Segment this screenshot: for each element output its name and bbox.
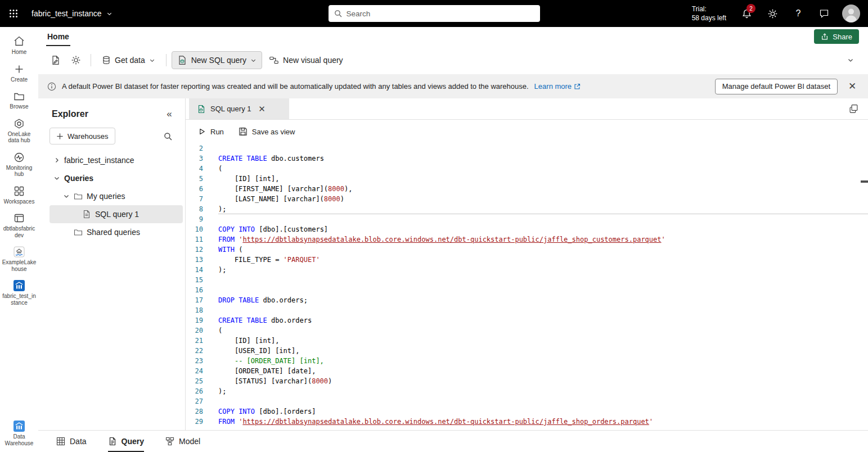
code-line[interactable]: 22 [USER_ID] [int], — [186, 346, 868, 356]
line-number[interactable]: 4 — [186, 164, 203, 174]
code-line[interactable]: 26); — [186, 386, 868, 396]
line-number[interactable]: 16 — [186, 285, 203, 295]
code-line[interactable]: 13 FILE_TYPE = 'PARQUET' — [186, 255, 868, 265]
account-button[interactable] — [839, 0, 863, 27]
rail-item-dbtlabsfabricdev[interactable]: dbtlabsfabricdev — [1, 210, 38, 241]
line-number[interactable]: 19 — [186, 315, 203, 326]
code-line[interactable]: 21 [ID] [int], — [186, 336, 868, 346]
explorer-search-button[interactable] — [159, 128, 176, 144]
code-line[interactable]: 10COPY INTO [dbo].[customers] — [186, 224, 868, 234]
line-number[interactable]: 15 — [186, 275, 203, 285]
settings-button[interactable] — [761, 0, 784, 27]
warehouse-settings-button[interactable] — [66, 51, 86, 69]
rail-item-home[interactable]: Home — [1, 33, 38, 58]
code-line[interactable]: 17DROP TABLE dbo.orders; — [186, 295, 868, 305]
line-number[interactable]: 10 — [186, 224, 203, 234]
line-number[interactable]: 5 — [186, 174, 203, 184]
add-warehouses-button[interactable]: Warehouses — [50, 128, 115, 144]
line-number[interactable]: 21 — [186, 336, 203, 346]
line-number[interactable]: 23 — [186, 356, 203, 366]
ribbon-tab-home[interactable]: Home — [46, 27, 70, 46]
line-number[interactable]: 24 — [186, 366, 203, 376]
workspace-switcher[interactable]: fabric_test_instance — [27, 0, 117, 27]
collapse-ribbon-button[interactable] — [841, 51, 860, 69]
view-tab-data[interactable]: Data — [56, 431, 87, 452]
line-number[interactable]: 3 — [186, 153, 203, 164]
line-number[interactable]: 2 — [186, 143, 203, 153]
save-as-view-button[interactable]: Save as view — [234, 123, 300, 141]
help-button[interactable]: ? — [787, 0, 809, 27]
code-line[interactable]: 12WITH ( — [186, 245, 868, 255]
code-line[interactable]: 7 [LAST_NAME] [varchar](8000) — [186, 194, 868, 204]
line-number[interactable]: 11 — [186, 234, 203, 245]
code-line[interactable]: 16 — [186, 285, 868, 295]
new-visual-query-button[interactable]: New visual query — [263, 51, 349, 69]
code-line[interactable]: 19CREATE TABLE dbo.orders — [186, 315, 868, 326]
code-line[interactable]: 20( — [186, 326, 868, 336]
learn-more-link[interactable]: Learn more — [534, 82, 581, 91]
copy-button[interactable] — [845, 101, 861, 117]
line-number[interactable]: 6 — [186, 184, 203, 194]
tree-item-sql-query-1[interactable]: SQL query 1 — [50, 205, 183, 223]
line-number[interactable]: 29 — [186, 417, 203, 427]
line-number[interactable]: 14 — [186, 265, 203, 275]
code-line[interactable]: 25 [STATUS] [varchar](8000) — [186, 376, 868, 386]
sql-code-editor[interactable]: 23CREATE TABLE dbo.customers4(5 [ID] [in… — [186, 143, 868, 430]
run-button[interactable]: Run — [194, 123, 228, 141]
code-line[interactable]: 4( — [186, 164, 868, 174]
line-number[interactable]: 25 — [186, 376, 203, 386]
code-line[interactable]: 8); — [186, 204, 868, 214]
line-number[interactable]: 18 — [186, 305, 203, 315]
tree-item-warehouse-root[interactable]: fabric_test_instance — [50, 151, 183, 169]
line-number[interactable]: 7 — [186, 194, 203, 204]
scrollbar-marker[interactable] — [861, 180, 868, 183]
code-line[interactable]: 24 [ORDER_DATE] [date], — [186, 366, 868, 376]
code-line[interactable]: 18 — [186, 305, 868, 315]
code-line[interactable]: 3CREATE TABLE dbo.customers — [186, 153, 868, 164]
collapse-explorer-button[interactable]: « — [161, 106, 177, 122]
code-line[interactable]: 5 [ID] [int], — [186, 174, 868, 184]
line-number[interactable]: 22 — [186, 346, 203, 356]
line-number[interactable]: 17 — [186, 295, 203, 305]
rail-item-workspaces[interactable]: Workspaces — [1, 183, 38, 207]
line-number[interactable]: 20 — [186, 326, 203, 336]
rail-item-browse[interactable]: Browse — [1, 88, 38, 112]
rail-item-create[interactable]: Create — [1, 61, 38, 85]
rail-item-fabric-test-instance[interactable]: fabric_test_instance — [1, 278, 38, 308]
line-number[interactable]: 9 — [186, 214, 203, 224]
line-number[interactable]: 13 — [186, 255, 203, 265]
tree-item-shared-queries[interactable]: Shared queries — [50, 223, 183, 241]
line-number[interactable]: 28 — [186, 406, 203, 417]
code-line[interactable]: 2 — [186, 143, 868, 153]
manage-default-dataset-button[interactable]: Manage default Power BI dataset — [715, 79, 838, 94]
code-line[interactable]: 9 — [186, 214, 868, 224]
rail-item-onelake-data-hub[interactable]: OneLake data hub — [1, 116, 38, 146]
line-number[interactable]: 12 — [186, 245, 203, 255]
code-line[interactable]: 29FROM 'https://dbtlabsynapsedatalake.bl… — [186, 417, 868, 427]
tree-item-queries[interactable]: Queries — [50, 169, 183, 187]
notifications-button[interactable]: 2 — [735, 0, 758, 27]
code-line[interactable]: 28COPY INTO [dbo].[orders] — [186, 406, 868, 417]
global-search-box[interactable] — [329, 5, 540, 22]
code-line[interactable]: 23 -- [ORDER_DATE] [int], — [186, 356, 868, 366]
search-input[interactable] — [347, 10, 534, 18]
rail-item-monitoring-hub[interactable]: Monitoring hub — [1, 150, 38, 180]
code-line[interactable]: 14); — [186, 265, 868, 275]
share-button[interactable]: Share — [814, 29, 859, 44]
line-number[interactable]: 8 — [186, 204, 203, 214]
code-line[interactable]: 27 — [186, 396, 868, 406]
new-report-button[interactable] — [46, 51, 65, 69]
code-line[interactable]: 11FROM 'https://dbtlabsynapsedatalake.bl… — [186, 234, 868, 245]
code-line[interactable]: 6 [FIRST_NAME] [varchar](8000), — [186, 184, 868, 194]
tab-sql-query-1[interactable]: SQL query 1 ✕ — [189, 98, 289, 119]
tree-item-my-queries[interactable]: My queries — [50, 187, 183, 205]
code-line[interactable]: 15 — [186, 275, 868, 285]
line-number[interactable]: 27 — [186, 396, 203, 406]
get-data-button[interactable]: Get data — [96, 51, 161, 69]
line-number[interactable]: 26 — [186, 386, 203, 396]
new-sql-query-button[interactable]: New SQL query — [172, 51, 262, 69]
tab-close-button[interactable]: ✕ — [256, 103, 268, 115]
feedback-button[interactable] — [813, 0, 835, 27]
view-tab-model[interactable]: Model — [165, 431, 200, 452]
rail-item-data-warehouse[interactable]: Data Warehouse — [1, 418, 38, 449]
